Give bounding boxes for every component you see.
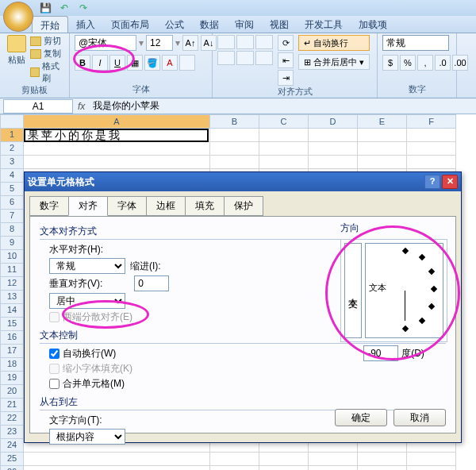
align-left[interactable] (217, 51, 235, 65)
indent-spinner[interactable] (134, 275, 169, 291)
row-header[interactable]: 6 (0, 196, 24, 210)
cut-button[interactable]: 剪切 (30, 35, 64, 47)
underline-button[interactable]: U (109, 55, 125, 71)
save-icon[interactable]: 💾 (38, 1, 52, 15)
align-top[interactable] (217, 35, 235, 49)
vertical-text-button[interactable]: 文本 (344, 243, 362, 338)
column-header[interactable]: A (24, 114, 210, 129)
column-header[interactable]: E (358, 114, 407, 129)
row-header[interactable]: 16 (0, 331, 24, 345)
align-bottom[interactable] (255, 35, 273, 49)
cell[interactable] (358, 466, 407, 470)
close-button[interactable]: ✕ (442, 175, 458, 189)
cell[interactable] (358, 142, 407, 156)
row-header[interactable]: 23 (0, 426, 24, 439)
cell[interactable] (24, 466, 210, 470)
h-align-combo[interactable]: 常规 (49, 258, 125, 274)
column-header[interactable]: F (407, 114, 456, 129)
comma-button[interactable]: , (417, 55, 433, 71)
wrap-text-check[interactable] (49, 349, 60, 359)
cell[interactable] (259, 129, 309, 142)
cell[interactable] (407, 453, 456, 466)
cell[interactable] (358, 129, 407, 142)
cell[interactable] (24, 156, 210, 169)
row-header[interactable]: 25 (0, 453, 24, 466)
cell[interactable] (24, 142, 210, 156)
paste-button[interactable]: 粘贴 (5, 35, 28, 66)
ok-button[interactable]: 确定 (335, 409, 387, 426)
italic-button[interactable]: I (92, 55, 108, 71)
dlg-tab-number[interactable]: 数字 (29, 196, 69, 216)
increase-indent[interactable]: ⇥ (278, 70, 294, 86)
formula-input[interactable] (90, 99, 476, 114)
fx-icon[interactable]: fx (78, 101, 85, 112)
cell[interactable] (309, 156, 358, 169)
row-header[interactable]: 17 (0, 345, 24, 358)
tab-view[interactable]: 视图 (262, 16, 297, 33)
dlg-tab-font[interactable]: 字体 (107, 196, 147, 216)
text-direction-combo[interactable]: 根据内容 (49, 429, 125, 445)
column-header[interactable]: B (210, 114, 259, 129)
cell[interactable] (259, 453, 309, 466)
tab-data[interactable]: 数据 (192, 16, 227, 33)
column-header[interactable]: D (309, 114, 358, 129)
border-button[interactable]: ▦ (127, 55, 143, 71)
row-header[interactable]: 26 (0, 466, 24, 470)
dlg-tab-fill[interactable]: 填充 (185, 196, 225, 216)
cell[interactable] (309, 466, 358, 470)
row-header[interactable]: 4 (0, 169, 24, 183)
bold-button[interactable]: B (75, 55, 90, 71)
row-header[interactable]: 20 (0, 385, 24, 399)
row-header[interactable]: 2 (0, 142, 24, 156)
align-right[interactable] (255, 51, 273, 65)
phonetic-button[interactable] (179, 55, 195, 71)
cancel-button[interactable]: 取消 (393, 409, 446, 426)
number-format-combo[interactable] (382, 35, 449, 51)
align-middle[interactable] (236, 35, 254, 49)
row-header[interactable]: 5 (0, 183, 24, 196)
tab-insert[interactable]: 插入 (68, 16, 103, 33)
row-header[interactable]: 9 (0, 237, 24, 250)
wrap-text-button[interactable]: ↵自动换行 (298, 35, 370, 51)
merge-center-button[interactable]: ⊞合并后居中▾ (298, 54, 370, 70)
currency-button[interactable]: $ (382, 55, 398, 71)
degree-spinner[interactable] (363, 345, 398, 361)
row-header[interactable]: 12 (0, 277, 24, 291)
v-align-combo[interactable]: 居中 (49, 293, 125, 309)
cell[interactable] (210, 156, 259, 169)
tab-review[interactable]: 审阅 (227, 16, 262, 33)
merge-cells-check[interactable] (49, 379, 60, 389)
cell[interactable] (210, 466, 259, 470)
dlg-tab-alignment[interactable]: 对齐 (68, 196, 108, 216)
font-size-combo[interactable] (146, 35, 173, 51)
row-header[interactable]: 21 (0, 399, 24, 412)
cell[interactable] (358, 453, 407, 466)
cell[interactable] (259, 156, 309, 169)
row-header[interactable]: 1 (0, 129, 24, 142)
dlg-tab-border[interactable]: 边框 (146, 196, 186, 216)
inc-decimal[interactable]: .0 (435, 55, 451, 71)
dialog-titlebar[interactable]: 设置单元格格式 ? ✕ (25, 172, 461, 191)
dlg-tab-protect[interactable]: 保护 (224, 196, 263, 216)
cell[interactable] (210, 142, 259, 156)
cell[interactable] (407, 129, 456, 142)
row-header[interactable]: 7 (0, 210, 24, 223)
cell[interactable] (309, 129, 358, 142)
name-box[interactable] (3, 99, 73, 114)
align-center[interactable] (236, 51, 254, 65)
orientation-button[interactable]: ⟳ (278, 35, 294, 51)
row-header[interactable]: 3 (0, 156, 24, 169)
redo-icon[interactable]: ↷ (76, 1, 90, 15)
cell[interactable] (309, 142, 358, 156)
increase-font-icon[interactable]: A↑ (182, 35, 198, 51)
percent-button[interactable]: % (400, 55, 416, 71)
decrease-indent[interactable]: ⇤ (278, 52, 294, 68)
row-header[interactable]: 22 (0, 412, 24, 426)
cell[interactable] (358, 156, 407, 169)
row-header[interactable]: 11 (0, 264, 24, 277)
tab-dev[interactable]: 开发工具 (297, 16, 351, 33)
cell[interactable] (407, 466, 456, 470)
undo-icon[interactable]: ↶ (57, 1, 71, 15)
cell[interactable] (24, 453, 210, 466)
help-button[interactable]: ? (424, 175, 440, 189)
